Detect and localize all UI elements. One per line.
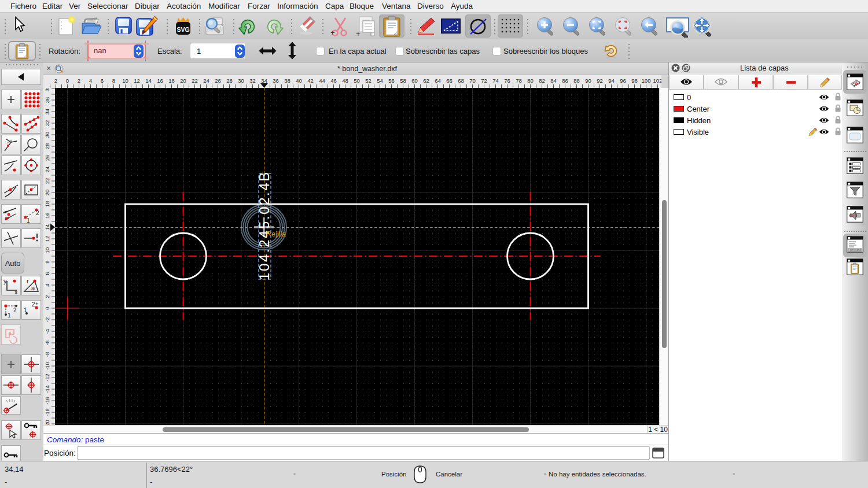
svg-text:8: 8 <box>112 77 115 84</box>
svg-text:x: x <box>14 289 18 295</box>
svg-text:-20: -20 <box>44 420 50 425</box>
svg-text:62: 62 <box>423 77 429 84</box>
svg-text:28: 28 <box>44 143 50 150</box>
svg-text:82: 82 <box>539 77 545 84</box>
svg-text:22: 22 <box>192 77 198 84</box>
svg-text:74: 74 <box>492 77 499 84</box>
svg-text:88: 88 <box>573 77 580 84</box>
svg-text:-10: -10 <box>44 362 50 370</box>
svg-text:18: 18 <box>44 201 50 208</box>
svg-text:10: 10 <box>44 247 50 254</box>
svg-text:28: 28 <box>226 77 233 84</box>
svg-text:8: 8 <box>44 260 50 263</box>
svg-text:SVG: SVG <box>176 26 189 33</box>
svg-text:60: 60 <box>411 77 418 84</box>
svg-text:26: 26 <box>215 77 221 84</box>
svg-text:22: 22 <box>44 178 50 184</box>
svg-text:56: 56 <box>388 77 395 84</box>
svg-text:78: 78 <box>516 77 522 84</box>
svg-text:2: 2 <box>36 210 39 216</box>
svg-text:98: 98 <box>631 77 638 84</box>
svg-text:12: 12 <box>44 236 50 242</box>
svg-text:52: 52 <box>365 77 372 84</box>
svg-text:y: y <box>3 278 7 284</box>
svg-text:24: 24 <box>44 167 50 173</box>
svg-text:16: 16 <box>44 213 50 219</box>
svg-text:40: 40 <box>296 77 302 84</box>
svg-text:96: 96 <box>620 77 626 84</box>
svg-text:70: 70 <box>469 77 476 84</box>
svg-text:-12: -12 <box>44 374 50 382</box>
svg-text:104.245.02.4B: 104.245.02.4B <box>256 171 272 280</box>
svg-text:1: 1 <box>27 217 30 223</box>
svg-text:-8: -8 <box>44 352 50 357</box>
svg-text:-2: -2 <box>44 317 50 322</box>
svg-text:36: 36 <box>44 97 50 103</box>
svg-text:2: 2 <box>54 77 57 84</box>
svg-text:92: 92 <box>597 77 603 84</box>
svg-text:18: 18 <box>168 77 175 84</box>
svg-text:-16: -16 <box>44 397 50 405</box>
svg-text:84: 84 <box>550 77 557 84</box>
svg-text:64: 64 <box>435 77 441 84</box>
svg-text:-14: -14 <box>44 385 50 393</box>
svg-text:r: r <box>27 278 29 284</box>
svg-text:34: 34 <box>261 77 267 84</box>
svg-text:54: 54 <box>377 77 383 84</box>
svg-text:68: 68 <box>458 77 464 84</box>
svg-text:0: 0 <box>44 306 50 309</box>
svg-text:+: + <box>330 28 335 37</box>
svg-text:1: 1 <box>24 307 27 313</box>
svg-text:32: 32 <box>249 77 256 84</box>
svg-text:36: 36 <box>273 77 279 84</box>
svg-text:+: + <box>356 29 361 38</box>
svg-text:102: 102 <box>653 77 661 84</box>
svg-text:34: 34 <box>44 109 50 115</box>
svg-text:94: 94 <box>608 77 615 84</box>
svg-text:100: 100 <box>642 77 651 84</box>
svg-text:4: 4 <box>89 77 92 84</box>
svg-text:2: 2 <box>13 307 17 313</box>
svg-text:30: 30 <box>44 132 50 138</box>
svg-text:48: 48 <box>342 77 348 84</box>
svg-text:4: 4 <box>44 283 50 286</box>
svg-text:14: 14 <box>145 77 152 84</box>
svg-text:38: 38 <box>284 77 290 84</box>
svg-text:16: 16 <box>157 77 163 84</box>
svg-text:42: 42 <box>307 77 314 84</box>
svg-text:76: 76 <box>504 77 510 84</box>
svg-text:50: 50 <box>354 77 360 84</box>
svg-text:80: 80 <box>527 77 534 84</box>
svg-text:90: 90 <box>585 77 591 84</box>
svg-text:2: 2 <box>44 295 50 298</box>
svg-text:a: a <box>31 284 35 291</box>
svg-text:command: command <box>849 249 861 252</box>
svg-text:66: 66 <box>446 77 453 84</box>
svg-text:20: 20 <box>180 77 186 84</box>
svg-text:72: 72 <box>481 77 487 84</box>
svg-text:30: 30 <box>238 77 244 84</box>
svg-text:10: 10 <box>122 77 128 84</box>
svg-text:-6: -6 <box>44 341 50 345</box>
svg-text:86: 86 <box>562 77 568 84</box>
svg-text:-4: -4 <box>44 329 50 334</box>
svg-text:6: 6 <box>101 77 104 84</box>
svg-text:26: 26 <box>44 155 50 161</box>
svg-text:32: 32 <box>44 120 50 127</box>
svg-text:46: 46 <box>330 77 337 84</box>
svg-text:44: 44 <box>319 77 325 84</box>
svg-text:0: 0 <box>66 77 69 84</box>
svg-text:Rejilla: Rejilla <box>266 230 286 238</box>
svg-text:-18: -18 <box>44 408 50 416</box>
svg-text:38: 38 <box>44 88 50 91</box>
svg-text:6: 6 <box>44 272 50 275</box>
svg-text:14: 14 <box>44 224 50 231</box>
svg-text:20: 20 <box>44 190 50 196</box>
svg-text:+: + <box>35 301 38 306</box>
svg-text:1: 1 <box>8 312 11 319</box>
svg-text:58: 58 <box>400 77 406 84</box>
svg-text:2: 2 <box>78 77 80 84</box>
svg-text:24: 24 <box>203 77 209 84</box>
svg-text:12: 12 <box>134 77 140 84</box>
